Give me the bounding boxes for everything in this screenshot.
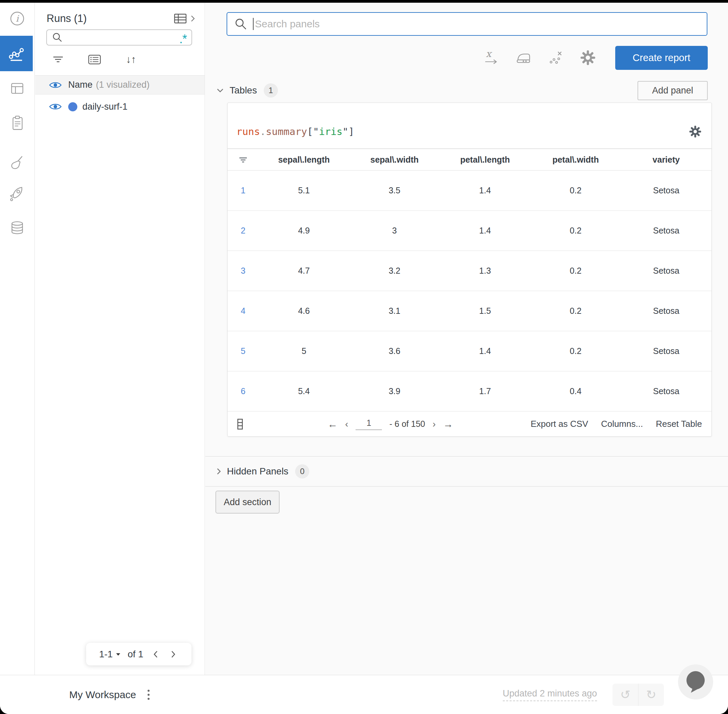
table-footer: ← ‹ - 6 of 150 › → Export as CSV Columns…: [227, 412, 711, 436]
runs-pagination: 1-1 of 1: [86, 643, 191, 665]
runs-toolbar: ↓↑: [51, 52, 138, 66]
x-axis-settings-icon[interactable]: x: [481, 48, 501, 68]
cell: 3: [349, 226, 440, 236]
sort-icon[interactable]: ↓↑: [123, 52, 138, 66]
panel-layout-icon[interactable]: [8, 80, 26, 97]
row-index-link[interactable]: 6: [227, 386, 259, 396]
filter-icon[interactable]: [51, 52, 66, 66]
row-index-link[interactable]: 4: [227, 306, 259, 316]
create-report-button[interactable]: Create report: [615, 46, 708, 70]
chevron-down-icon[interactable]: [215, 87, 225, 94]
left-rail: i: [0, 3, 35, 675]
column-header[interactable]: variety: [621, 155, 711, 165]
cell: 3.6: [349, 346, 440, 356]
eye-icon[interactable]: [49, 102, 62, 111]
text-caret: [253, 18, 254, 30]
hidden-panels-section[interactable]: Hidden Panels 0: [205, 456, 728, 487]
runs-search-box: .*: [46, 29, 192, 45]
table-row: 3 4.7 3.2 1.3 0.2 Setosa: [227, 251, 711, 291]
tables-count-badge: 1: [264, 83, 278, 98]
run-name: daily-surf-1: [83, 102, 128, 112]
row-index-link[interactable]: 5: [227, 346, 259, 356]
next-page-button[interactable]: ›: [433, 419, 436, 429]
row-height-icon[interactable]: [237, 418, 243, 430]
column-header[interactable]: petal\.width: [531, 155, 621, 165]
cell: 0.2: [531, 186, 621, 195]
panel-title-code: runs.summary["iris"]: [236, 126, 354, 137]
code-close: "]: [342, 126, 354, 137]
chat-support-button[interactable]: [678, 664, 713, 699]
updated-timestamp: Updated 2 minutes ago: [503, 688, 597, 701]
runs-search-input[interactable]: [63, 32, 179, 43]
remove-outliers-icon[interactable]: [546, 48, 565, 68]
eye-icon[interactable]: [49, 80, 62, 90]
first-page-button[interactable]: ←: [328, 418, 338, 430]
page-size-dropdown[interactable]: 1-1: [99, 649, 120, 660]
smoothing-iron-icon[interactable]: [513, 48, 533, 68]
row-index-link[interactable]: 3: [227, 266, 259, 276]
database-icon[interactable]: [8, 220, 26, 237]
regex-toggle-icon[interactable]: .*: [179, 32, 187, 42]
column-header[interactable]: petal\.length: [440, 155, 530, 165]
cell: Setosa: [621, 186, 711, 195]
app-window: i Runs (1): [0, 3, 728, 714]
broom-icon[interactable]: [8, 154, 26, 172]
cell: 0.2: [531, 226, 621, 236]
last-page-button[interactable]: →: [443, 418, 453, 430]
cell: 1.4: [440, 186, 530, 195]
search-icon: [234, 17, 248, 31]
add-section-button[interactable]: Add section: [215, 490, 280, 514]
row-index-link[interactable]: 1: [227, 186, 259, 195]
next-page-button[interactable]: [168, 649, 179, 659]
add-panel-button[interactable]: Add panel: [638, 81, 708, 100]
table-header-row: sepal\.length sepal\.width petal\.length…: [227, 149, 711, 171]
reset-table-button[interactable]: Reset Table: [656, 419, 702, 429]
export-csv-button[interactable]: Export as CSV: [531, 419, 588, 429]
clipboard-icon[interactable]: [8, 114, 26, 132]
page-range-label: - 6 of 150: [389, 419, 425, 429]
cell: 3.2: [349, 266, 440, 276]
redo-button[interactable]: ↻: [639, 684, 664, 706]
code-dot: .: [260, 126, 266, 137]
undo-button[interactable]: ↺: [612, 684, 639, 706]
group-list-icon[interactable]: [87, 52, 102, 66]
panel-settings-gear-icon[interactable]: [688, 124, 703, 139]
table-row: 2 4.9 3 1.4 0.2 Setosa: [227, 211, 711, 251]
info-icon[interactable]: i: [8, 10, 26, 27]
columns-button[interactable]: Columns...: [601, 419, 643, 429]
chevron-right-icon[interactable]: [215, 466, 222, 476]
row-index-link[interactable]: 2: [227, 226, 259, 236]
table-row: 6 5.4 3.9 1.7 0.4 Setosa: [227, 372, 711, 412]
table-pagination: ← ‹ - 6 of 150 › →: [328, 418, 453, 430]
page-number-input[interactable]: [356, 418, 382, 430]
workspace-line-chart-icon[interactable]: [0, 36, 33, 71]
cell: 4.9: [259, 226, 349, 236]
runs-table-view-icon[interactable]: [173, 12, 188, 25]
expand-runs-icon[interactable]: [190, 13, 196, 24]
settings-gear-icon[interactable]: [578, 48, 598, 68]
cell: 3.5: [349, 186, 440, 195]
rocket-icon[interactable]: [8, 184, 26, 202]
cell: 1.4: [440, 346, 530, 356]
run-row[interactable]: daily-surf-1: [35, 94, 205, 119]
runs-sidebar: Runs (1) .*: [35, 3, 205, 675]
column-header[interactable]: sepal\.length: [259, 155, 349, 165]
table-filter-icon[interactable]: [227, 155, 259, 164]
cell: Setosa: [621, 346, 711, 356]
workspace-name: My Workspace: [69, 689, 136, 700]
prev-page-button[interactable]: [150, 649, 161, 659]
workspace-menu-kebab-icon[interactable]: [146, 688, 152, 702]
cell: Setosa: [621, 386, 711, 396]
visualized-count-label: (1 visualized): [96, 80, 150, 90]
cell: 5.1: [259, 186, 349, 195]
cell: 1.7: [440, 386, 530, 396]
prev-page-button[interactable]: ‹: [345, 419, 348, 429]
cell: 5: [259, 346, 349, 356]
table-row: 5 5 3.6 1.4 0.2 Setosa: [227, 332, 711, 372]
cell: 1.3: [440, 266, 530, 276]
cell: 3.9: [349, 386, 440, 396]
table-row: 4 4.6 3.1 1.5 0.2 Setosa: [227, 291, 711, 332]
code-attr: summary: [266, 126, 307, 137]
column-header[interactable]: sepal\.width: [349, 155, 440, 165]
panel-search-input[interactable]: [255, 18, 700, 30]
